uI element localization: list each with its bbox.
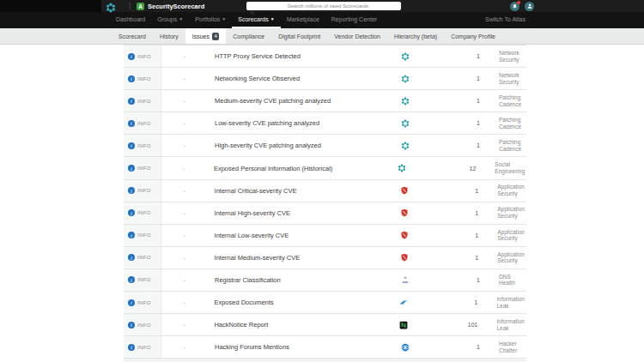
- change-value: -: [161, 120, 208, 126]
- severity-label: INFO: [137, 188, 151, 193]
- issue-count: 1: [429, 299, 478, 305]
- issue-title-link[interactable]: Low-severity CVE patching analyzed: [208, 119, 380, 127]
- main-nav-item-groups[interactable]: Groups ▼: [151, 12, 189, 28]
- user-account-button[interactable]: [525, 2, 534, 11]
- issue-row[interactable]: i INFO - Registrar Classification ∞csc 1…: [124, 269, 526, 292]
- info-severity-icon: i: [128, 322, 135, 329]
- main-nav-item-label: Reporting Center: [331, 16, 377, 22]
- severity-label: INFO: [137, 121, 151, 126]
- main-nav-item-reporting-center[interactable]: Reporting Center: [325, 12, 383, 28]
- red-shield-icon: [379, 253, 430, 262]
- factor-category-label: Information Leak: [477, 318, 526, 332]
- change-value: -: [161, 75, 208, 81]
- subnav-item-digital-footprint[interactable]: Digital Footprint: [271, 28, 327, 44]
- issue-title-link[interactable]: HackNotice Report: [207, 321, 378, 329]
- subnav-item-vendor-detection[interactable]: Vendor Detection: [327, 28, 387, 44]
- switch-to-atlas-link[interactable]: Switch To Atlas: [485, 16, 526, 24]
- main-nav-item-label: Marketplace: [287, 16, 319, 22]
- issue-count: 1: [431, 53, 480, 59]
- main-nav-items: Dashboard Groups ▼ Portfolios ▼ Scorecar…: [110, 12, 383, 28]
- issue-title-link[interactable]: Exposed Personal Information (Historical…: [207, 165, 377, 172]
- chevron-down-icon: ▼: [222, 17, 226, 21]
- subnav-item-hierarchy-beta-[interactable]: Hierarchy (beta): [387, 28, 444, 44]
- scorecard-search-input[interactable]: Search millions of rated Scorecards: [246, 2, 401, 10]
- securityscorecard-knot-icon[interactable]: [106, 1, 116, 11]
- next-row-partial: [124, 359, 526, 362]
- severity-cell: i INFO: [124, 135, 161, 156]
- subnav-item-issues[interactable]: Issues 4: [185, 28, 227, 44]
- subnav-item-history[interactable]: History: [153, 28, 185, 44]
- main-nav-item-scorecards[interactable]: Scorecards ▼: [232, 12, 280, 28]
- brand-badge-icon[interactable]: A: [137, 3, 144, 10]
- red-shield-icon: [379, 231, 430, 239]
- main-nav-item-label: Portfolios: [195, 16, 220, 22]
- issue-title-link[interactable]: Internal Low-severity CVE: [208, 232, 379, 239]
- main-nav-item-label: Dashboard: [116, 16, 145, 22]
- ssc-factor-icon: [380, 75, 431, 83]
- issue-row[interactable]: i INFO - Exposed Documents 1 Information…: [124, 292, 526, 314]
- issue-title-link[interactable]: High-severity CVE patching analyzed: [208, 142, 380, 149]
- info-severity-icon: i: [128, 232, 135, 238]
- severity-label: INFO: [137, 300, 151, 305]
- issue-row[interactable]: i INFO - Networking Service Observed 1 N…: [124, 68, 526, 90]
- issue-title-link[interactable]: Exposed Documents: [207, 299, 378, 306]
- info-severity-icon: i: [128, 53, 135, 60]
- issue-row[interactable]: i INFO - High-severity CVE patching anal…: [124, 135, 526, 157]
- info-severity-icon: i: [128, 120, 135, 127]
- factor-category-label: Hacker Chatter: [480, 341, 526, 354]
- issue-row[interactable]: i INFO - HTTP Proxy Service Detected 1 N…: [124, 45, 526, 68]
- subnav-item-label: Vendor Detection: [334, 33, 380, 39]
- brand-name[interactable]: SecurityScorecard: [148, 0, 204, 12]
- issue-row[interactable]: i INFO - Internal Low-severity CVE 1 App…: [124, 225, 526, 247]
- issue-title-link[interactable]: Networking Service Observed: [208, 75, 380, 82]
- issue-row[interactable]: i INFO - Internal Medium-severity CVE 1 …: [124, 247, 526, 269]
- issue-row[interactable]: i INFO - Exposed Personal Information (H…: [124, 157, 526, 179]
- issue-title-link[interactable]: Internal Critical-severity CVE: [208, 187, 379, 195]
- subnav-item-scorecard[interactable]: Scorecard: [112, 28, 153, 44]
- main-nav-item-label: Scorecards: [238, 16, 268, 22]
- issue-title-link[interactable]: Internal High-severity CVE: [208, 209, 379, 217]
- info-severity-icon: i: [128, 165, 135, 172]
- severity-cell: i INFO: [124, 180, 161, 202]
- change-value: -: [161, 53, 208, 59]
- subnav-item-company-profile[interactable]: Company Profile: [444, 28, 502, 44]
- issue-title-link[interactable]: Registrar Classification: [208, 276, 380, 284]
- info-severity-icon: i: [128, 142, 135, 149]
- factor-category-label: Patching Cadence: [480, 117, 526, 130]
- red-shield-icon: [379, 208, 430, 217]
- severity-cell: i INFO: [124, 292, 161, 313]
- issue-row[interactable]: i INFO - Medium-severity CVE patching an…: [124, 90, 526, 112]
- issue-row[interactable]: i INFO - Low-severity CVE patching analy…: [124, 112, 526, 135]
- ssc-factor-icon: [380, 119, 431, 128]
- change-value: -: [161, 299, 208, 305]
- info-severity-icon: i: [128, 276, 135, 283]
- issue-count: 1: [431, 98, 480, 104]
- subnav-item-compliance[interactable]: Compliance: [226, 28, 271, 44]
- issue-row[interactable]: i INFO - Internal High-severity CVE 1 Ap…: [124, 202, 526, 225]
- notifications-button[interactable]: [510, 2, 519, 11]
- factor-category-label: Social Engineering: [476, 161, 526, 175]
- issue-row[interactable]: i INFO - Hacking Forums Mentions 1 Hacke…: [124, 336, 526, 359]
- svg-text:∞: ∞: [404, 276, 407, 281]
- issue-count: 1: [429, 188, 478, 194]
- main-nav-item-marketplace[interactable]: Marketplace: [281, 12, 325, 28]
- issue-count: 1: [431, 120, 480, 126]
- issues-rows: i INFO - HTTP Proxy Service Detected 1 N…: [124, 45, 526, 359]
- main-nav-item-portfolios[interactable]: Portfolios ▼: [189, 12, 232, 28]
- notification-dot: [517, 1, 520, 4]
- issues-count-badge: 4: [212, 33, 219, 40]
- issue-title-link[interactable]: Internal Medium-severity CVE: [208, 254, 379, 262]
- issue-row[interactable]: i INFO - HackNotice Report 101 Informati…: [124, 314, 526, 336]
- issue-title-link[interactable]: Medium-severity CVE patching analyzed: [208, 97, 380, 105]
- severity-cell: i INFO: [124, 112, 161, 134]
- factor-category-label: Network Security: [480, 50, 526, 63]
- change-value: -: [161, 188, 208, 194]
- issue-title-link[interactable]: HTTP Proxy Service Detected: [208, 52, 380, 60]
- issue-title-link[interactable]: Hacking Forums Mentions: [208, 343, 380, 351]
- issue-row[interactable]: i INFO - Internal Critical-severity CVE …: [124, 180, 526, 202]
- issue-count: 12: [428, 166, 476, 172]
- issue-count: 1: [429, 255, 478, 261]
- severity-label: INFO: [137, 232, 151, 238]
- main-nav: Dashboard Groups ▼ Portfolios ▼ Scorecar…: [0, 12, 644, 28]
- main-nav-item-dashboard[interactable]: Dashboard: [110, 12, 151, 28]
